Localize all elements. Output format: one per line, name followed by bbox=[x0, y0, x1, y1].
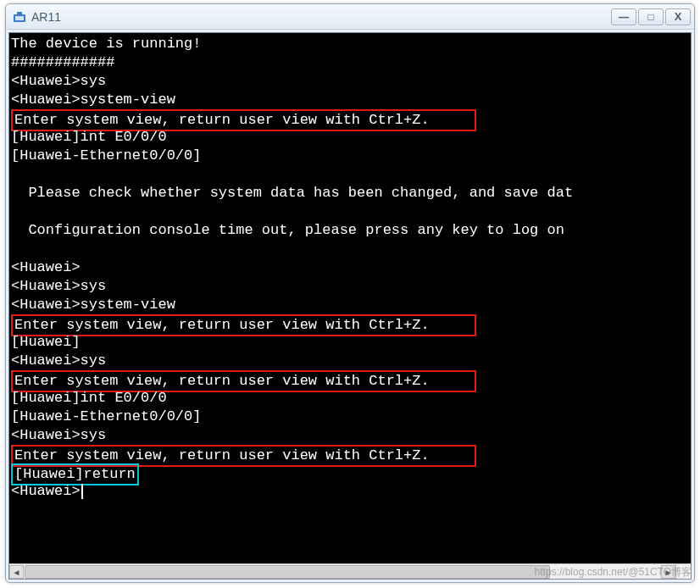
scroll-corner bbox=[675, 563, 691, 579]
terminal-line: <Huawei>sys bbox=[11, 352, 689, 370]
terminal-line: Please check whether system data has bee… bbox=[11, 184, 689, 202]
close-button[interactable]: X bbox=[665, 8, 691, 25]
app-icon bbox=[13, 10, 26, 24]
terminal-container: The device is running!############<Huawe… bbox=[6, 30, 694, 582]
terminal-line: [Huawei-Ethernet0/0/0] bbox=[11, 408, 689, 426]
minimize-button[interactable]: — bbox=[611, 8, 636, 25]
svg-rect-1 bbox=[15, 16, 24, 20]
terminal-line: Enter system view, return user view with… bbox=[11, 109, 689, 128]
terminal-cursor bbox=[81, 484, 83, 499]
terminal-line: <Huawei>sys bbox=[11, 426, 689, 445]
terminal-line: [Huawei-Ethernet0/0/0] bbox=[11, 147, 689, 165]
terminal-line bbox=[11, 240, 689, 258]
terminal-line: The device is running! bbox=[11, 35, 689, 53]
terminal-line: <Huawei>system-view bbox=[11, 296, 689, 314]
svg-rect-2 bbox=[17, 12, 22, 14]
terminal-line: Enter system view, return user view with… bbox=[11, 314, 689, 333]
terminal-line: ############ bbox=[11, 53, 689, 72]
window-title: AR11 bbox=[31, 10, 61, 24]
terminal-content[interactable]: The device is running!############<Huawe… bbox=[9, 33, 691, 563]
scroll-left-arrow-icon[interactable]: ◄ bbox=[9, 565, 24, 579]
terminal-line: Enter system view, return user view with… bbox=[11, 445, 689, 463]
highlighted-red: Enter system view, return user view with… bbox=[11, 314, 476, 336]
maximize-button[interactable]: □ bbox=[638, 8, 664, 25]
terminal-line bbox=[11, 202, 689, 221]
titlebar[interactable]: AR11 — □ X bbox=[6, 4, 694, 30]
terminal-line: <Huawei>sys bbox=[11, 277, 689, 296]
window-controls: — □ X bbox=[611, 8, 691, 25]
horizontal-scrollbar[interactable]: ◄ ► bbox=[9, 563, 675, 579]
terminal-line: <Huawei>system-view bbox=[11, 91, 689, 109]
terminal-line: <Huawei>sys bbox=[11, 72, 689, 91]
terminal-line: Enter system view, return user view with… bbox=[11, 370, 689, 389]
terminal-line bbox=[11, 165, 689, 184]
scroll-thumb[interactable] bbox=[25, 565, 550, 579]
scroll-right-arrow-icon[interactable]: ► bbox=[661, 565, 675, 579]
terminal-line: Configuration console time out, please p… bbox=[11, 221, 689, 240]
app-window: AR11 — □ X The device is running!#######… bbox=[5, 3, 695, 583]
terminal[interactable]: The device is running!############<Huawe… bbox=[8, 32, 692, 580]
terminal-line: <Huawei> bbox=[11, 258, 689, 277]
